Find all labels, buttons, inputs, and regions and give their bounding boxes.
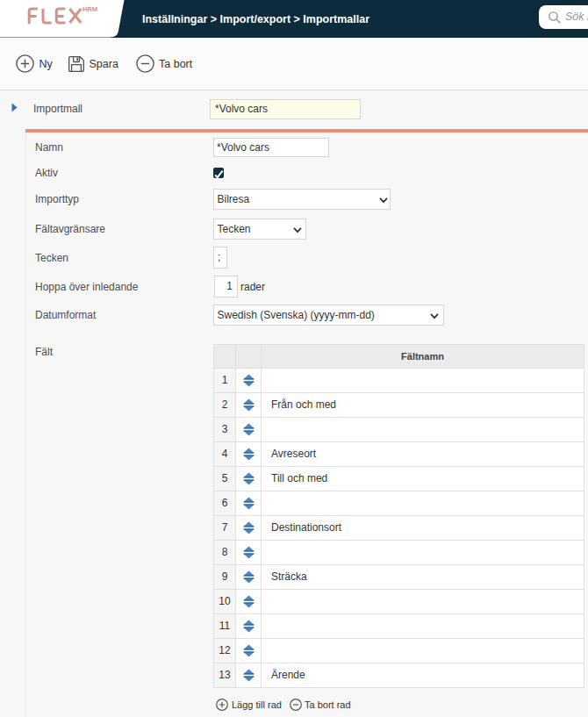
svg-text:HRM: HRM	[82, 5, 97, 13]
